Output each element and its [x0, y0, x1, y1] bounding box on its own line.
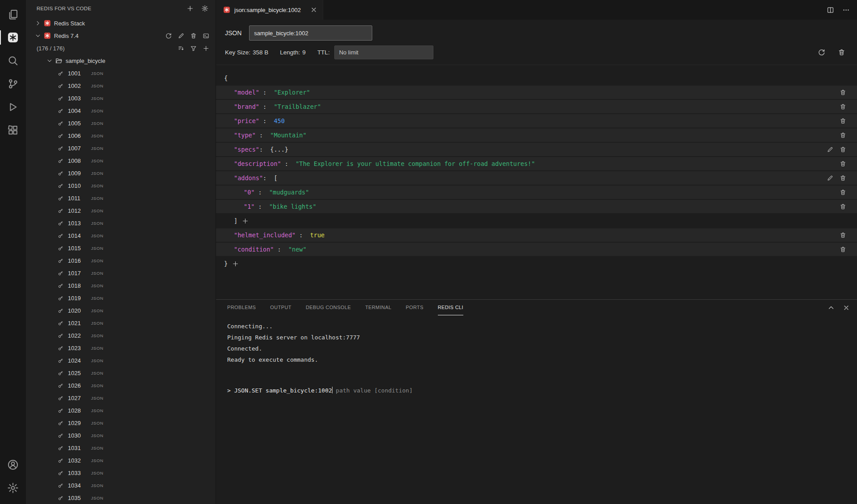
json-value[interactable]: "Explorer"	[274, 89, 310, 96]
key-name-input[interactable]	[249, 25, 372, 41]
tree-key-item-1034[interactable]: 1034JSON	[26, 479, 216, 492]
edit-field-icon[interactable]	[827, 175, 833, 182]
delete-field-icon[interactable]	[840, 146, 846, 153]
refresh-database-icon[interactable]	[165, 33, 172, 39]
tree-key-item-1015[interactable]: 1015JSON	[26, 242, 216, 254]
activity-item-redis[interactable]	[0, 26, 26, 49]
tree-item-redis-stack[interactable]: Redis Stack	[26, 17, 216, 29]
tree-key-item-1013[interactable]: 1013JSON	[26, 217, 216, 229]
tree-key-item-1005[interactable]: 1005JSON	[26, 117, 216, 129]
tree-key-item-1020[interactable]: 1020JSON	[26, 304, 216, 317]
tree-key-item-1016[interactable]: 1016JSON	[26, 254, 216, 267]
tree-key-item-1007[interactable]: 1007JSON	[26, 142, 216, 154]
json-field-row[interactable]: "helmet_included" : true	[216, 228, 857, 242]
json-value[interactable]: "bike lights"	[269, 203, 316, 210]
tree-key-item-1030[interactable]: 1030JSON	[26, 429, 216, 442]
delete-database-icon[interactable]	[190, 33, 197, 39]
tree-key-item-1018[interactable]: 1018JSON	[26, 279, 216, 292]
tree-key-item-1031[interactable]: 1031JSON	[26, 442, 216, 454]
json-value[interactable]: 450	[274, 117, 284, 124]
tree-key-item-1021[interactable]: 1021JSON	[26, 317, 216, 329]
more-actions-icon[interactable]	[842, 6, 850, 14]
activity-item-source-control[interactable]	[0, 72, 26, 95]
delete-field-icon[interactable]	[840, 132, 846, 139]
activity-item-account[interactable]	[0, 453, 26, 476]
editor-tab-json-sample-bicycle-1002[interactable]: json:sample_bicycle:1002	[216, 0, 323, 20]
tree-key-item-1011[interactable]: 1011JSON	[26, 192, 216, 204]
panel-tab-redis-cli[interactable]: REDIS CLI	[438, 300, 463, 315]
json-field-row[interactable]: "model" : "Explorer"	[216, 86, 857, 99]
redis-cli-terminal[interactable]: Connecting...Pinging Redis server on loc…	[216, 315, 857, 504]
panel-tab-ports[interactable]: PORTS	[406, 300, 424, 315]
tree-item-sample-bicycle[interactable]: sample_bicycle	[26, 54, 216, 67]
tree-key-item-1029[interactable]: 1029JSON	[26, 417, 216, 429]
json-value[interactable]: "new"	[288, 246, 307, 253]
json-field-row[interactable]: "price" : 450	[216, 114, 857, 128]
json-value[interactable]: [	[274, 174, 277, 182]
tree-key-item-1006[interactable]: 1006JSON	[26, 129, 216, 142]
json-field-row[interactable]: "description" : "The Explorer is your ul…	[216, 157, 857, 170]
edit-field-icon[interactable]	[827, 146, 833, 153]
cli-prompt-line[interactable]: > JSON.SET sample_bicycle:1002path value…	[227, 385, 857, 396]
tree-key-item-1025[interactable]: 1025JSON	[26, 367, 216, 379]
tree-key-item-1024[interactable]: 1024JSON	[26, 354, 216, 367]
tree-key-item-1001[interactable]: 1001JSON	[26, 67, 216, 79]
json-field-row[interactable]: "addons": [	[216, 171, 857, 185]
delete-field-icon[interactable]	[840, 161, 846, 167]
add-database-icon[interactable]	[187, 5, 194, 12]
activity-item-run-debug[interactable]	[0, 95, 26, 119]
tree-key-item-1012[interactable]: 1012JSON	[26, 204, 216, 217]
activity-item-settings[interactable]	[0, 476, 26, 500]
tree-key-item-1009[interactable]: 1009JSON	[26, 167, 216, 179]
tree-key-item-1003[interactable]: 1003JSON	[26, 92, 216, 104]
open-cli-icon[interactable]	[203, 33, 209, 39]
json-value[interactable]: true	[310, 231, 325, 239]
tree-key-item-1032[interactable]: 1032JSON	[26, 454, 216, 467]
delete-field-icon[interactable]	[840, 246, 846, 253]
tree-key-item-1026[interactable]: 1026JSON	[26, 379, 216, 392]
tree-key-item-1027[interactable]: 1027JSON	[26, 392, 216, 404]
tree-key-item-1035[interactable]: 1035JSON	[26, 492, 216, 504]
tree-item-redis-7-4[interactable]: Redis 7.4	[26, 29, 216, 42]
json-value[interactable]: "Trailblazer"	[274, 103, 321, 110]
activity-item-extensions[interactable]	[0, 119, 26, 142]
delete-field-icon[interactable]	[840, 103, 846, 110]
json-field-row[interactable]: "type" : "Mountain"	[216, 128, 857, 142]
tree-key-item-1014[interactable]: 1014JSON	[26, 229, 216, 242]
split-editor-icon[interactable]	[827, 6, 834, 14]
delete-key-icon[interactable]	[838, 49, 845, 56]
delete-field-icon[interactable]	[840, 89, 846, 96]
json-value[interactable]: {...}	[270, 146, 288, 153]
tree-key-item-1010[interactable]: 1010JSON	[26, 179, 216, 192]
panel-maximize-icon[interactable]	[828, 304, 835, 311]
json-field-row[interactable]: "specs": {...}	[216, 143, 857, 156]
json-field-row[interactable]: "condition" : "new"	[216, 243, 857, 256]
sort-keys-icon[interactable]	[178, 45, 184, 52]
delete-field-icon[interactable]	[840, 232, 846, 239]
tree-key-item-1002[interactable]: 1002JSON	[26, 79, 216, 92]
json-field-row[interactable]: "1" : "bike lights"	[216, 200, 857, 213]
json-value[interactable]: "Mountain"	[270, 132, 306, 139]
add-field-icon[interactable]	[242, 218, 249, 224]
ttl-input[interactable]	[334, 45, 433, 59]
json-value[interactable]: "The Explorer is your ultimate companion…	[295, 160, 535, 167]
json-value[interactable]: "mudguards"	[269, 189, 309, 196]
tree-key-item-1023[interactable]: 1023JSON	[26, 342, 216, 354]
tree-key-item-1017[interactable]: 1017JSON	[26, 267, 216, 279]
delete-field-icon[interactable]	[840, 203, 846, 210]
tree-key-item-1004[interactable]: 1004JSON	[26, 104, 216, 117]
sidebar-settings-icon[interactable]	[201, 5, 208, 12]
tab-close-icon[interactable]	[310, 6, 317, 13]
delete-field-icon[interactable]	[840, 118, 846, 124]
panel-close-icon[interactable]	[843, 304, 850, 311]
panel-tab-output[interactable]: OUTPUT	[270, 300, 291, 315]
add-field-icon[interactable]	[232, 260, 239, 267]
tree-key-item-1008[interactable]: 1008JSON	[26, 154, 216, 167]
json-field-row[interactable]: "brand" : "Trailblazer"	[216, 100, 857, 113]
tree-key-item-1019[interactable]: 1019JSON	[26, 292, 216, 304]
panel-tab-debug-console[interactable]: DEBUG CONSOLE	[306, 300, 351, 315]
activity-item-explorer[interactable]	[0, 3, 26, 26]
json-field-row[interactable]: "0" : "mudguards"	[216, 186, 857, 199]
tree-key-item-1033[interactable]: 1033JSON	[26, 467, 216, 479]
refresh-key-icon[interactable]	[818, 49, 825, 56]
